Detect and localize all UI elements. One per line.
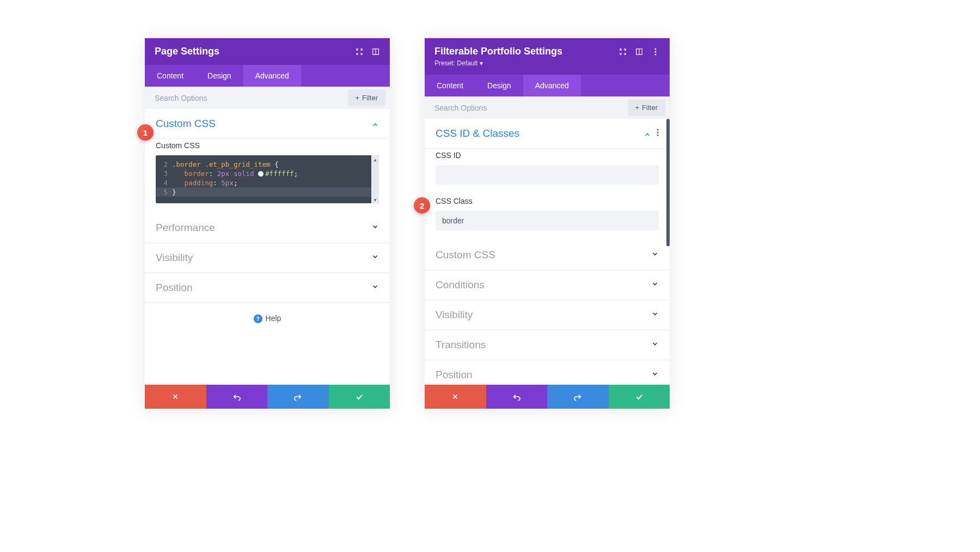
chevron-down-icon (371, 283, 379, 293)
tabs: Content Design Advanced (145, 65, 390, 87)
wireframe-icon[interactable] (371, 47, 380, 56)
tab-design[interactable]: Design (195, 65, 243, 87)
page-settings-panel: Page Settings Content Design Advanced + … (145, 38, 390, 409)
accordion-visibility[interactable]: Visibility (145, 243, 390, 273)
accordion-transitions[interactable]: Transitions (425, 330, 670, 360)
accordion-title: CSS ID & Classes (436, 128, 519, 139)
panel-header: Page Settings (145, 38, 390, 65)
preset-selector[interactable]: Preset: Default ▾ (434, 59, 660, 67)
portfolio-settings-panel: Filterable Portfolio Settings Preset: De… (425, 38, 670, 409)
accordion-title: Position (156, 282, 193, 294)
tab-design[interactable]: Design (475, 75, 523, 96)
custom-css-label: Custom CSS (156, 141, 379, 150)
search-row: + Filter (425, 96, 670, 119)
panel-header: Filterable Portfolio Settings Preset: De… (425, 38, 670, 75)
help-row[interactable]: ?Help (145, 303, 390, 334)
chevron-down-icon (651, 250, 659, 260)
panel-body: CSS ID & Classes CSS ID CSS Class Custom… (425, 119, 670, 385)
scroll-down-icon: ▾ (371, 196, 379, 203)
svg-point-7 (655, 51, 657, 52)
css-id-label: CSS ID (436, 151, 659, 160)
callout-badge-2: 2 (414, 197, 430, 214)
code-line: 4 padding: 5px; (156, 178, 375, 187)
search-input[interactable] (425, 97, 628, 119)
redo-button[interactable] (267, 385, 329, 409)
chevron-down-icon (651, 280, 659, 290)
css-section-content: CSS ID CSS Class (425, 151, 670, 240)
tab-content[interactable]: Content (425, 75, 475, 96)
help-icon: ? (254, 314, 262, 323)
accordion-custom-css[interactable]: Custom CSS (145, 109, 390, 139)
accordion-title: Custom CSS (156, 118, 216, 130)
save-button[interactable] (329, 385, 390, 409)
caret-down-icon: ▾ (480, 59, 483, 67)
svg-point-10 (657, 132, 659, 134)
accordion-conditions[interactable]: Conditions (425, 270, 670, 300)
accordion-css-id-classes[interactable]: CSS ID & Classes (425, 119, 670, 149)
tab-advanced[interactable]: Advanced (523, 75, 581, 96)
code-editor[interactable]: 2.border .et_pb_grid_item {3 border: 2px… (156, 155, 379, 203)
redo-button[interactable] (547, 385, 609, 409)
cancel-button[interactable] (145, 385, 206, 409)
tab-content[interactable]: Content (145, 65, 195, 87)
tab-advanced[interactable]: Advanced (243, 65, 301, 87)
svg-point-8 (655, 53, 657, 55)
accordion-title: Visibility (156, 252, 193, 264)
search-row: + Filter (145, 87, 390, 109)
css-class-input[interactable] (436, 211, 659, 230)
css-id-input[interactable] (436, 165, 659, 185)
footer (425, 385, 670, 409)
svg-point-6 (655, 48, 657, 50)
css-class-label: CSS Class (436, 197, 659, 205)
chevron-down-icon (651, 370, 659, 380)
undo-button[interactable] (486, 385, 548, 409)
panel-title: Page Settings (155, 46, 219, 57)
wireframe-icon[interactable] (635, 47, 644, 56)
expand-icon[interactable] (355, 47, 364, 56)
panel-body: Custom CSS Custom CSS 2.border .et_pb_gr… (145, 109, 390, 385)
accordion-title: Performance (156, 222, 215, 234)
tabs: Content Design Advanced (425, 75, 670, 96)
accordion-title: Visibility (436, 309, 473, 321)
code-line: 3 border: 2px solid #ffffff; (156, 169, 375, 178)
chevron-up-icon (371, 119, 379, 129)
filter-label: Filter (362, 94, 378, 102)
callout-badge-1: 1 (137, 124, 154, 141)
chevron-down-icon (371, 223, 379, 233)
svg-point-11 (657, 135, 659, 136)
panel-title: Filterable Portfolio Settings (434, 46, 562, 57)
save-button[interactable] (609, 385, 670, 409)
chevron-down-icon (651, 310, 659, 320)
custom-css-content: Custom CSS 2.border .et_pb_grid_item {3 … (145, 141, 390, 213)
scrollbar-thumb[interactable] (666, 119, 670, 246)
undo-button[interactable] (206, 385, 268, 409)
svg-point-9 (657, 129, 659, 131)
footer (145, 385, 390, 409)
search-input[interactable] (145, 87, 348, 109)
more-icon[interactable] (657, 129, 659, 138)
filter-button[interactable]: + Filter (348, 89, 385, 106)
accordion-title: Transitions (436, 339, 486, 351)
expand-icon[interactable] (618, 47, 627, 56)
accordion-custom-css[interactable]: Custom CSS (425, 240, 670, 270)
accordion-visibility[interactable]: Visibility (425, 300, 670, 330)
chevron-down-icon (371, 253, 379, 263)
chevron-down-icon (651, 340, 659, 350)
accordion-title: Position (436, 369, 473, 381)
code-scrollbar[interactable]: ▴ ▾ (371, 155, 379, 203)
more-icon[interactable] (651, 47, 660, 56)
accordion-position[interactable]: Position (145, 273, 390, 303)
accordion-position[interactable]: Position (425, 360, 670, 385)
scroll-up-icon: ▴ (371, 155, 379, 163)
filter-button[interactable]: + Filter (628, 99, 665, 116)
plus-icon: + (635, 104, 640, 112)
color-swatch-icon (258, 171, 264, 177)
code-line: 5} (156, 187, 375, 197)
preset-label: Preset: Default (434, 59, 477, 67)
chevron-up-icon (644, 129, 651, 138)
cancel-button[interactable] (425, 385, 486, 409)
filter-label: Filter (642, 104, 658, 112)
accordion-title: Conditions (436, 279, 485, 291)
accordion-performance[interactable]: Performance (145, 213, 390, 243)
accordion-title: Custom CSS (436, 249, 495, 261)
